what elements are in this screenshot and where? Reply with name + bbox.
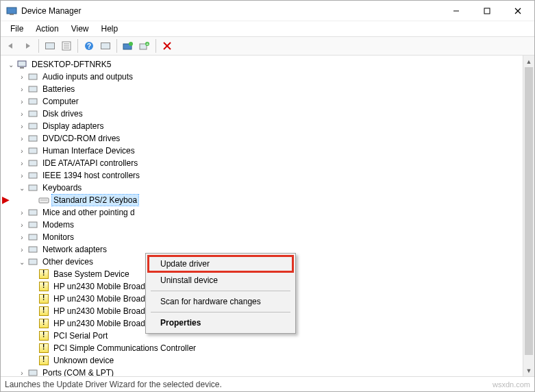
tree-category[interactable]: ›Display adapters bbox=[3, 120, 523, 132]
show-hide-console-tree-button[interactable] bbox=[42, 38, 58, 53]
expand-icon[interactable]: › bbox=[17, 135, 27, 143]
expand-icon[interactable]: › bbox=[17, 98, 27, 106]
tree-category[interactable]: ›Modems bbox=[3, 219, 523, 231]
scroll-up-arrow[interactable]: ▲ bbox=[523, 56, 534, 67]
context-scan-hardware[interactable]: Scan for hardware changes bbox=[148, 293, 293, 310]
window-controls bbox=[440, 1, 533, 21]
tree-node-label[interactable]: DVD/CD-ROM drives bbox=[41, 133, 121, 144]
expand-icon[interactable]: › bbox=[17, 123, 27, 130]
vertical-scrollbar[interactable]: ▲ ▼ bbox=[523, 56, 534, 376]
help-button[interactable]: ? bbox=[82, 38, 97, 53]
expand-icon[interactable]: › bbox=[17, 221, 27, 229]
keyboard-icon bbox=[38, 195, 49, 206]
collapse-icon[interactable]: ⌄ bbox=[6, 61, 16, 69]
tree-node-label[interactable]: Batteries bbox=[41, 84, 76, 95]
tree-device-other[interactable]: PCI Simple Communications Controller bbox=[3, 342, 523, 354]
tree-category[interactable]: ›IDE ATA/ATAPI controllers bbox=[3, 157, 523, 169]
expand-icon[interactable]: › bbox=[17, 369, 27, 377]
context-update-driver[interactable]: Update driver bbox=[148, 256, 293, 272]
tree-node-label[interactable]: PCI Simple Communications Controller bbox=[52, 343, 197, 354]
context-properties[interactable]: Properties bbox=[148, 315, 293, 331]
expand-icon[interactable]: › bbox=[17, 234, 27, 241]
tree-category[interactable]: ›Batteries bbox=[3, 83, 523, 95]
category-icon bbox=[27, 133, 38, 144]
scan-hardware-button[interactable]: + bbox=[137, 38, 152, 53]
menu-file[interactable]: File bbox=[5, 23, 29, 35]
tree-node-label[interactable]: DESKTOP-DFTNRK5 bbox=[30, 59, 112, 70]
expand-icon[interactable]: › bbox=[17, 209, 27, 217]
menu-help[interactable]: Help bbox=[96, 23, 124, 35]
status-text: Launches the Update Driver Wizard for th… bbox=[5, 380, 222, 389]
uninstall-button[interactable] bbox=[160, 38, 175, 53]
svg-rect-19 bbox=[18, 61, 26, 66]
tree-node-label[interactable]: Mice and other pointing d bbox=[41, 207, 136, 218]
tree-category[interactable]: ›Ports (COM & LPT) bbox=[3, 367, 523, 376]
tree-node-label[interactable]: Audio inputs and outputs bbox=[41, 71, 134, 82]
category-icon bbox=[27, 145, 38, 156]
expand-icon[interactable]: › bbox=[17, 147, 27, 155]
watermark: wsxdn.com bbox=[493, 380, 530, 389]
tree-category[interactable]: ›DVD/CD-ROM drives bbox=[3, 132, 523, 145]
tree-node-label[interactable]: Base System Device bbox=[52, 269, 131, 280]
expand-icon[interactable]: › bbox=[17, 86, 27, 93]
tree-node-label[interactable]: Standard PS/2 Keyboa bbox=[52, 195, 138, 206]
collapse-icon[interactable]: ⌄ bbox=[17, 184, 27, 192]
expand-icon[interactable]: › bbox=[17, 172, 27, 180]
collapse-icon[interactable]: ⌄ bbox=[17, 258, 27, 266]
tree-node-label[interactable]: Disk drives bbox=[41, 108, 84, 119]
tree-node-label[interactable]: Computer bbox=[41, 96, 80, 107]
tree-node-label[interactable]: Ports (COM & LPT) bbox=[41, 367, 115, 376]
tree-node-label[interactable]: Monitors bbox=[41, 232, 75, 243]
category-icon bbox=[27, 182, 38, 193]
tree-node-label[interactable]: Unknown device bbox=[52, 355, 115, 366]
scroll-thumb[interactable] bbox=[525, 67, 533, 355]
close-button[interactable] bbox=[502, 1, 533, 21]
tree-category[interactable]: ›Human Interface Devices bbox=[3, 145, 523, 157]
context-menu: Update driver Uninstall device Scan for … bbox=[145, 253, 296, 334]
svg-rect-34 bbox=[29, 222, 37, 228]
properties-button[interactable] bbox=[59, 38, 74, 53]
category-icon bbox=[27, 232, 38, 243]
svg-rect-3 bbox=[484, 8, 490, 14]
annotation-arrow-icon: ▶ bbox=[2, 194, 10, 205]
category-icon bbox=[27, 108, 38, 119]
tree-category[interactable]: ⌄Keyboards bbox=[3, 182, 523, 194]
tree-node-label[interactable]: Human Interface Devices bbox=[41, 145, 136, 156]
svg-rect-0 bbox=[7, 8, 16, 14]
view-button[interactable] bbox=[98, 38, 113, 53]
expand-icon[interactable]: › bbox=[17, 160, 27, 167]
title-bar: Device Manager bbox=[1, 1, 534, 21]
tree-node-label[interactable]: Keyboards bbox=[41, 182, 83, 193]
tree-device-other[interactable]: Unknown device bbox=[3, 354, 523, 367]
tree-category[interactable]: ›Monitors bbox=[3, 231, 523, 243]
app-icon bbox=[6, 5, 17, 16]
menu-view[interactable]: View bbox=[66, 23, 95, 35]
forward-button[interactable] bbox=[20, 38, 35, 53]
tree-node-label[interactable]: Display adapters bbox=[41, 121, 105, 132]
svg-rect-33 bbox=[29, 210, 37, 215]
expand-icon[interactable]: › bbox=[17, 110, 27, 118]
scroll-down-arrow[interactable]: ▼ bbox=[523, 365, 534, 376]
update-driver-button[interactable] bbox=[121, 38, 136, 53]
tree-node-label[interactable]: IEEE 1394 host controllers bbox=[41, 170, 141, 181]
tree-node-label[interactable]: IDE ATA/ATAPI controllers bbox=[41, 158, 139, 169]
expand-icon[interactable]: › bbox=[17, 246, 27, 254]
minimize-button[interactable] bbox=[440, 1, 471, 21]
tree-category[interactable]: ›IEEE 1394 host controllers bbox=[3, 169, 523, 182]
tree-node-label[interactable]: Network adapters bbox=[41, 244, 108, 255]
tree-category[interactable]: ›Disk drives bbox=[3, 108, 523, 120]
tree-root[interactable]: ⌄DESKTOP-DFTNRK5 bbox=[3, 58, 523, 71]
maximize-button[interactable] bbox=[471, 1, 502, 21]
tree-category[interactable]: ›Audio inputs and outputs bbox=[3, 71, 523, 83]
tree-device-keyboard[interactable]: ▶Standard PS/2 Keyboa bbox=[3, 194, 523, 206]
menu-action[interactable]: Action bbox=[30, 23, 64, 35]
tree-node-label[interactable]: Other devices bbox=[41, 256, 95, 267]
tree-area: ⌄DESKTOP-DFTNRK5›Audio inputs and output… bbox=[1, 56, 534, 376]
tree-node-label[interactable]: PCI Serial Port bbox=[52, 330, 109, 341]
tree-category[interactable]: ›Mice and other pointing d bbox=[3, 206, 523, 219]
expand-icon[interactable]: › bbox=[17, 73, 27, 81]
back-button[interactable] bbox=[3, 38, 18, 53]
context-uninstall-device[interactable]: Uninstall device bbox=[148, 272, 293, 289]
tree-node-label[interactable]: Modems bbox=[41, 219, 75, 230]
tree-category[interactable]: ›Computer bbox=[3, 95, 523, 108]
